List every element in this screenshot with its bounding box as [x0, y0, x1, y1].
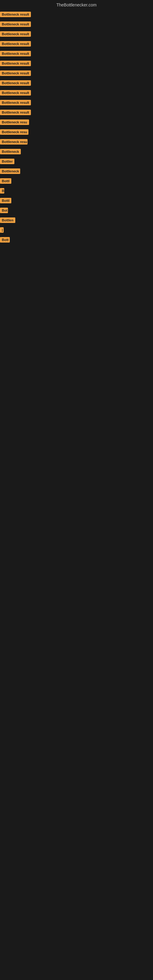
site-header: TheBottlenecker.com — [0, 0, 153, 10]
bottleneck-badge[interactable]: Bot — [0, 208, 8, 213]
bottleneck-badge[interactable]: Bottler — [0, 159, 14, 164]
bottleneck-row-10: Bottleneck result — [0, 99, 153, 108]
bottleneck-row-20: Bottl — [0, 197, 153, 206]
bottleneck-row-17: Bottleneck — [0, 167, 153, 177]
bottleneck-row-4: Bottleneck result — [0, 40, 153, 49]
bottleneck-badge[interactable]: Bottleneck — [0, 169, 20, 174]
bottleneck-badge[interactable]: Bottleneck result — [0, 60, 31, 66]
items-container: Bottleneck resultBottleneck resultBottle… — [0, 10, 153, 245]
bottleneck-badge[interactable]: Bottl — [0, 178, 11, 184]
bottleneck-badge[interactable]: Bottl — [0, 198, 11, 204]
bottleneck-row-7: Bottleneck result — [0, 69, 153, 78]
bottleneck-row-19: B — [0, 187, 153, 196]
bottleneck-badge[interactable]: Bottleneck result — [0, 21, 31, 27]
bottleneck-row-24: Bott — [0, 236, 153, 245]
bottleneck-badge[interactable]: Bottleneck result — [0, 110, 31, 115]
bottleneck-row-9: Bottleneck result — [0, 89, 153, 98]
bottleneck-badge[interactable]: Bottleneck result — [0, 31, 31, 37]
bottleneck-badge[interactable]: Bottleneck result — [0, 80, 31, 86]
bottleneck-badge[interactable]: | — [0, 227, 4, 233]
bottleneck-row-1: Bottleneck result — [0, 10, 153, 20]
bottleneck-row-14: Bottleneck resu — [0, 138, 153, 147]
bottleneck-badge[interactable]: Bottleneck resu — [0, 129, 29, 135]
bottleneck-row-23: | — [0, 226, 153, 235]
bottleneck-row-22: Bottlen — [0, 216, 153, 225]
bottleneck-row-11: Bottleneck result — [0, 108, 153, 118]
bottleneck-badge[interactable]: Bottleneck result — [0, 70, 31, 76]
bottleneck-row-18: Bottl — [0, 177, 153, 186]
bottleneck-row-13: Bottleneck resu — [0, 128, 153, 137]
bottleneck-row-15: Bottleneck — [0, 148, 153, 157]
bottleneck-row-21: Bot — [0, 207, 153, 216]
bottleneck-badge[interactable]: Bottleneck resu — [0, 119, 29, 125]
bottleneck-badge[interactable]: Bottleneck result — [0, 90, 31, 95]
bottleneck-badge[interactable]: Bottleneck — [0, 149, 21, 154]
bottleneck-badge[interactable]: Bottleneck result — [0, 51, 31, 56]
bottleneck-row-5: Bottleneck result — [0, 49, 153, 59]
bottleneck-row-6: Bottleneck result — [0, 59, 153, 68]
bottleneck-row-3: Bottleneck result — [0, 30, 153, 39]
bottleneck-badge[interactable]: Bottleneck result — [0, 100, 31, 105]
bottleneck-row-16: Bottler — [0, 158, 153, 167]
bottleneck-badge[interactable]: Bottleneck result — [0, 12, 31, 17]
bottleneck-badge[interactable]: Bottlen — [0, 218, 15, 223]
bottleneck-badge[interactable]: Bottleneck result — [0, 41, 31, 46]
bottleneck-row-12: Bottleneck resu — [0, 118, 153, 127]
bottleneck-row-8: Bottleneck result — [0, 79, 153, 88]
bottleneck-badge[interactable]: Bottleneck resu — [0, 139, 27, 145]
bottleneck-row-2: Bottleneck result — [0, 20, 153, 29]
bottleneck-badge[interactable]: B — [0, 188, 4, 194]
bottleneck-badge[interactable]: Bott — [0, 237, 10, 243]
site-title: TheBottlenecker.com — [0, 0, 153, 10]
